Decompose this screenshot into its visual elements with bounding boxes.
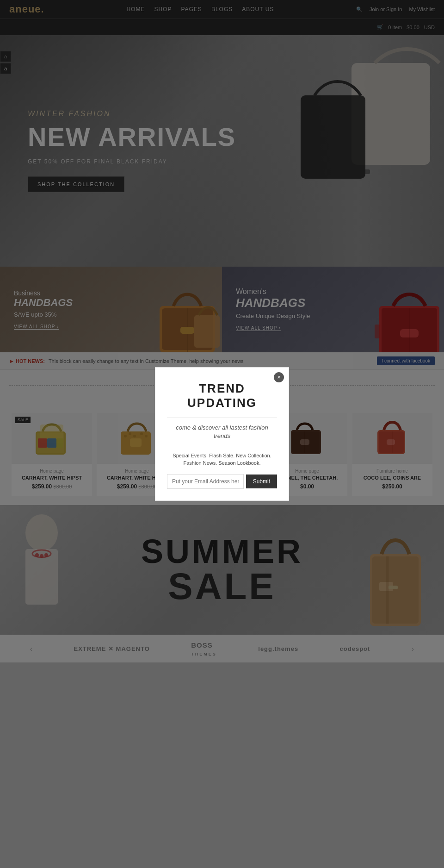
popup-divider-2 xyxy=(167,446,277,446)
popup-email-input[interactable] xyxy=(167,474,244,489)
popup-description: Special Events. Flash Sale. New Collecti… xyxy=(167,452,277,467)
popup-box: × TRENDUPDATING come & discover all last… xyxy=(155,367,289,501)
popup-form: Submit xyxy=(167,474,277,489)
popup-submit-button[interactable]: Submit xyxy=(246,475,277,488)
popup-close-button[interactable]: × xyxy=(274,372,284,382)
popup-subtitle: come & discover all lastest fashion tren… xyxy=(167,424,277,440)
popup-divider-1 xyxy=(167,418,277,418)
popup-title: TRENDUPDATING xyxy=(167,381,277,410)
popup-overlay: × TRENDUPDATING come & discover all last… xyxy=(0,0,444,662)
